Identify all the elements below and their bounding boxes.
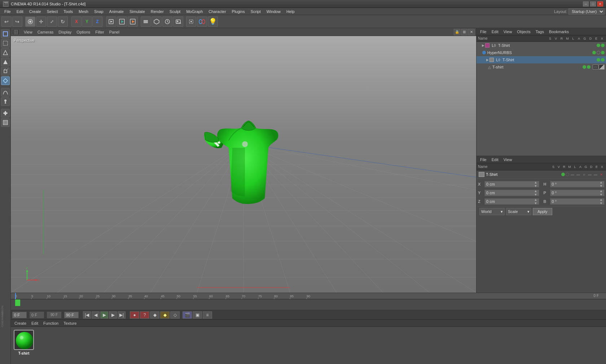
menu-sculpt[interactable]: Sculpt <box>167 9 184 14</box>
viewport-menu-cameras[interactable]: Cameras <box>35 29 56 35</box>
viewport-menu-options[interactable]: Options <box>74 29 92 35</box>
redo-button[interactable]: ↪ <box>12 17 22 27</box>
auto-key-button[interactable]: ? <box>140 311 149 319</box>
snap-button[interactable] <box>186 17 196 27</box>
menu-animate[interactable]: Animate <box>106 9 127 14</box>
layout-dropdown[interactable]: Startup (User) <box>568 8 605 15</box>
obj-menu-objects[interactable]: Objects <box>515 30 532 34</box>
menu-render[interactable]: Render <box>148 9 167 14</box>
close-button[interactable]: ✕ <box>597 1 603 6</box>
menu-simulate[interactable]: Simulate <box>127 9 148 14</box>
obj-row-tshirt-root[interactable]: ▶ L◊ T-Shirt <box>477 42 606 49</box>
structure-button[interactable] <box>152 17 162 27</box>
viewport-menu-panel[interactable]: Panel <box>107 29 122 35</box>
render-preview-button[interactable] <box>106 17 116 27</box>
expand-tshirt-child[interactable]: ▶ <box>485 58 489 62</box>
go-to-end-button[interactable]: ▶| <box>118 311 126 319</box>
viewport-menu-display[interactable]: Display <box>56 29 74 35</box>
obj-menu-view[interactable]: View <box>502 30 514 34</box>
end-frame-input[interactable]: 90 F <box>64 312 79 318</box>
menu-select[interactable]: Select <box>44 9 61 14</box>
sidebar-mode-btn-2[interactable] <box>1 39 10 48</box>
timeline-button[interactable] <box>162 17 172 27</box>
obj-row-tshirt-mesh[interactable]: △ T-shirt □ <box>477 63 606 71</box>
attr-menu-file[interactable]: File <box>479 157 488 162</box>
frame-current-input[interactable]: 0 F <box>12 312 27 318</box>
attr-spin-h[interactable]: ▲▼ <box>600 181 603 188</box>
minimize-button[interactable]: ─ <box>583 1 589 6</box>
attr-input-x[interactable]: 0 cm ▲▼ <box>484 181 539 187</box>
menu-window[interactable]: Window <box>264 9 284 14</box>
sidebar-paint-btn[interactable] <box>1 97 10 106</box>
attr-menu-edit[interactable]: Edit <box>490 157 500 162</box>
menu-mograph[interactable]: MoGraph <box>183 9 206 14</box>
sidebar-mode-btn-5[interactable] <box>1 67 10 76</box>
menu-snap[interactable]: Snap <box>91 9 106 14</box>
sidebar-sculpt-btn[interactable] <box>1 109 10 117</box>
attr-input-p[interactable]: 0 ° ▲▼ <box>550 190 605 196</box>
render-button[interactable] <box>117 17 127 27</box>
attr-spin-x[interactable]: ▲▼ <box>534 181 537 188</box>
menu-tools[interactable]: Tools <box>61 9 76 14</box>
frame-input-display[interactable]: 0 F <box>30 312 44 318</box>
timeline-settings-btn[interactable]: ≡ <box>203 311 212 319</box>
obj-menu-tags[interactable]: Tags <box>534 30 545 34</box>
mat-menu-function[interactable]: Function <box>42 321 60 325</box>
material-item-tshirt[interactable]: T-shirt <box>14 330 34 355</box>
x-axis-button[interactable]: X <box>71 17 82 27</box>
sidebar-spline-btn[interactable] <box>1 88 10 97</box>
go-to-start-button[interactable]: |◀ <box>83 311 91 319</box>
key-remove-button[interactable]: ◇ <box>170 311 180 319</box>
attr-input-h[interactable]: 0 ° ▲▼ <box>550 181 605 187</box>
attr-spin-z[interactable]: ▲▼ <box>534 198 537 205</box>
play-button[interactable]: ▶ <box>100 311 108 319</box>
attr-menu-view[interactable]: View <box>502 157 514 162</box>
mat-menu-create[interactable]: Create <box>13 321 28 325</box>
obj-row-hypernurbs[interactable]: HyperNURBS <box>477 49 606 56</box>
mat-menu-edit[interactable]: Edit <box>30 321 40 325</box>
preview-button[interactable]: ▣ <box>193 311 202 319</box>
z-axis-button[interactable]: Z <box>92 17 102 27</box>
key-selection-button[interactable]: ◆ <box>150 311 159 319</box>
objects-button[interactable] <box>141 17 151 27</box>
light-button[interactable]: 💡 <box>208 17 218 27</box>
attr-input-y[interactable]: 0 cm ▲▼ <box>484 190 539 196</box>
menu-plugins[interactable]: Plugins <box>229 9 248 14</box>
attr-spin-b[interactable]: ▲▼ <box>600 198 603 205</box>
attr-input-b[interactable]: 0 ° ▲▼ <box>550 198 605 205</box>
menu-create[interactable]: Create <box>26 9 44 14</box>
attr-spin-y[interactable]: ▲▼ <box>534 189 537 196</box>
sidebar-mode-btn-1[interactable] <box>1 30 10 38</box>
expand-arrow[interactable]: ▶ <box>481 44 485 47</box>
maximize-button[interactable]: □ <box>590 1 596 6</box>
step-forward-button[interactable]: ▶ <box>109 311 117 319</box>
key-add-button[interactable]: ◆ <box>160 311 170 319</box>
menu-mesh[interactable]: Mesh <box>76 9 91 14</box>
attr-spin-p[interactable]: ▲▼ <box>600 189 603 196</box>
obj-menu-edit[interactable]: Edit <box>490 30 500 34</box>
obj-row-tshirt-child[interactable]: ▶ L◊ T-Shirt <box>477 56 606 63</box>
sidebar-mode-btn-3[interactable] <box>1 48 10 57</box>
viewport-expand-btn[interactable]: ⊞ <box>461 29 467 35</box>
menu-edit[interactable]: Edit <box>14 9 26 14</box>
rotate-button[interactable]: ↻ <box>58 17 68 27</box>
motion-blur-button[interactable]: 🎬 <box>183 311 192 319</box>
menu-script[interactable]: Script <box>248 9 264 14</box>
y-axis-button[interactable]: Y <box>82 17 92 27</box>
viewport-menu-view[interactable]: View <box>22 29 35 35</box>
obj-menu-bookmarks[interactable]: Bookmarks <box>548 30 570 34</box>
stereo-button[interactable] <box>197 17 207 27</box>
sidebar-mode-btn-4[interactable] <box>1 58 10 66</box>
obj-menu-file[interactable]: File <box>479 30 488 34</box>
step-back-button[interactable]: ◀ <box>92 311 100 319</box>
undo-button[interactable]: ↩ <box>1 17 12 27</box>
sidebar-mode-btn-6[interactable] <box>1 76 10 85</box>
picture-viewer-button[interactable] <box>173 17 183 27</box>
scale-button[interactable]: ⤢ <box>47 17 57 27</box>
live-selection-button[interactable] <box>25 17 35 27</box>
world-dropdown[interactable]: World ▾ <box>479 208 505 215</box>
menu-character[interactable]: Character <box>206 9 229 14</box>
scale-dropdown[interactable]: Scale ▾ <box>506 208 531 215</box>
menu-file[interactable]: File <box>1 9 14 14</box>
render-settings-button[interactable] <box>128 17 138 27</box>
